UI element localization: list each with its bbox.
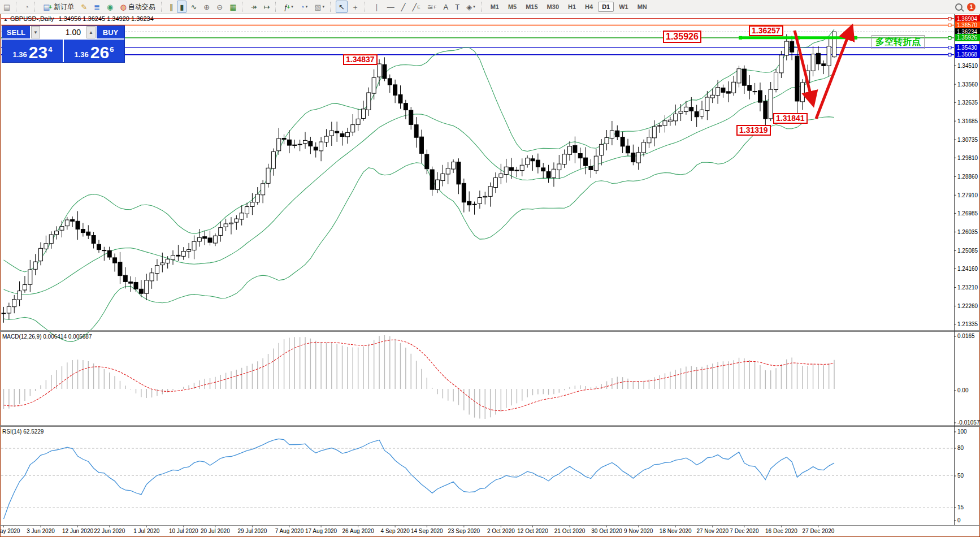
zoom-in-button[interactable]: ⊕ — [201, 1, 213, 13]
svg-text:1.34510: 1.34510 — [957, 63, 978, 69]
svg-text:-0.010571: -0.010571 — [957, 419, 980, 426]
tick-chart-icon[interactable]: ◔ — [21, 1, 32, 13]
svg-text:7 Aug 2020: 7 Aug 2020 — [275, 528, 304, 534]
symbol-period-label: GBPUSD-,Daily — [10, 15, 54, 22]
ohlc-quotes: 1.34956 1.36245 1.34920 1.36234 — [59, 15, 154, 22]
svg-text:23 Sep 2020: 23 Sep 2020 — [448, 528, 480, 534]
svg-text:27 Dec 2020: 27 Dec 2020 — [803, 528, 835, 534]
vertical-line-button[interactable]: ｜ — [370, 1, 383, 13]
svg-text:26 Aug 2020: 26 Aug 2020 — [342, 528, 375, 534]
history-center-icon[interactable]: ≣ — [91, 1, 103, 13]
toolbar-separator — [330, 2, 333, 12]
svg-text:1.22260: 1.22260 — [957, 303, 978, 309]
search-icon[interactable] — [955, 3, 962, 11]
label-button[interactable]: T — [452, 1, 462, 13]
svg-text:1.28860: 1.28860 — [957, 174, 978, 180]
svg-text:10 Jul 2020: 10 Jul 2020 — [169, 528, 198, 534]
volume-input[interactable] — [40, 26, 86, 38]
periods-button[interactable]: ◔▾ — [297, 1, 310, 13]
price-annotation-136257[interactable]: 1.36257 — [749, 25, 783, 36]
svg-text:17 Aug 2020: 17 Aug 2020 — [305, 528, 337, 534]
timeframe-group: M1M5M15M30H1H4D1W1MN — [486, 2, 652, 12]
volume-decrease-button[interactable]: ▼ — [31, 26, 40, 38]
sell-price[interactable]: 1.36 23 4 — [2, 40, 64, 62]
new-order-button[interactable]: ▤+新订单 — [40, 1, 77, 13]
svg-text:1.25085: 1.25085 — [957, 248, 978, 254]
one-click-trading-panel: SELL ▼ ▲ BUY 1.36 23 4 1.36 26 6 — [2, 25, 125, 63]
timeframe-m1[interactable]: M1 — [487, 2, 503, 12]
turning-point-text[interactable]: 多空转折点 — [871, 35, 925, 49]
svg-text:15: 15 — [957, 504, 964, 510]
svg-text:9 Nov 2020: 9 Nov 2020 — [624, 528, 653, 534]
volume-increase-button[interactable]: ▲ — [86, 26, 96, 38]
timeframe-h1[interactable]: H1 — [564, 2, 580, 12]
templates-button[interactable]: ▧▾ — [311, 1, 327, 13]
buy-button[interactable]: BUY — [96, 26, 124, 38]
toolbar-separator — [481, 2, 484, 12]
sell-price-base: 1.36 — [13, 50, 27, 59]
svg-text:1.26035: 1.26035 — [957, 229, 978, 235]
fibonacci-button[interactable]: ≋F — [424, 1, 440, 13]
indicators-button[interactable]: ƒ+▾ — [281, 1, 296, 13]
trendline-button[interactable]: ╱ — [398, 1, 409, 13]
bar-chart-button[interactable]: ∥ — [167, 1, 176, 13]
candlestick-button[interactable]: ▮ — [177, 1, 187, 13]
toolbar-separator — [161, 2, 164, 12]
svg-text:1.26985: 1.26985 — [957, 210, 978, 216]
svg-text:20 Jul 2020: 20 Jul 2020 — [201, 528, 230, 534]
sell-price-point: 4 — [48, 45, 52, 54]
charts-list-icon[interactable]: ▤ — [1, 1, 13, 13]
signals-icon[interactable]: ◉ — [104, 1, 116, 13]
text-button[interactable]: A — [441, 1, 452, 13]
svg-text:2 Oct 2020: 2 Oct 2020 — [487, 528, 515, 534]
toolbar-separator — [275, 2, 278, 12]
svg-text:1.30735: 1.30735 — [957, 137, 978, 143]
price-annotation-135926[interactable]: 1.35926 — [663, 31, 701, 43]
timeframe-w1[interactable]: W1 — [615, 2, 632, 12]
zoom-out-button[interactable]: ⊖ — [214, 1, 226, 13]
cursor-button[interactable]: ↖ — [336, 1, 348, 13]
chart-shift-button[interactable]: ↦ — [261, 1, 272, 13]
timeframe-d1[interactable]: D1 — [598, 2, 614, 12]
timeframe-h4[interactable]: H4 — [581, 2, 597, 12]
svg-text:1 Jul 2020: 1 Jul 2020 — [133, 528, 160, 534]
chart-window-icon: ▲ — [3, 17, 8, 22]
svg-text:100: 100 — [957, 428, 967, 435]
toolbar-separator — [34, 2, 37, 12]
auto-scroll-button[interactable]: ↠ — [248, 1, 259, 13]
sell-button[interactable]: SELL — [2, 26, 31, 38]
timeframe-mn[interactable]: MN — [634, 2, 651, 12]
svg-text:29 Jul 2020: 29 Jul 2020 — [238, 528, 267, 534]
svg-text:14 Sep 2020: 14 Sep 2020 — [411, 528, 443, 534]
price-annotation-131841[interactable]: 1.31841 — [773, 113, 808, 124]
price-annotation-131319[interactable]: 1.31319 — [736, 125, 771, 136]
horizontal-line-button[interactable]: — — [384, 1, 397, 13]
tile-windows-button[interactable]: ▦ — [227, 1, 239, 13]
svg-text:18 Nov 2020: 18 Nov 2020 — [660, 528, 692, 534]
svg-text:1.24160: 1.24160 — [957, 266, 978, 272]
axis-price-label: 1.35430 — [955, 44, 980, 51]
price-annotation-134837[interactable]: 1.34837 — [343, 54, 378, 65]
crosshair-button[interactable]: ＋ — [349, 1, 362, 13]
toolbar-right-group: 1 — [955, 3, 980, 11]
line-chart-button[interactable]: ∿ — [188, 1, 200, 13]
notification-badge[interactable]: 1 — [967, 3, 975, 11]
timeframe-m30[interactable]: M30 — [543, 2, 563, 12]
channel-button[interactable]: ╱E — [410, 1, 423, 13]
main-toolbar: ▤◔▤+新订单✎≣◉◍自动交易∥▮∿⊕⊖▦↠↦ƒ+▾◔▾▧▾↖＋｜—╱╱E≋FA… — [0, 0, 980, 14]
svg-text:1.33560: 1.33560 — [957, 81, 978, 88]
shapes-button[interactable]: ◈▾ — [463, 1, 478, 13]
svg-text:12 Oct 2020: 12 Oct 2020 — [517, 528, 548, 534]
crayon-icon[interactable]: ✎ — [78, 1, 90, 13]
axis-price-label: 1.35068 — [955, 51, 980, 58]
svg-text:27 Nov 2020: 27 Nov 2020 — [696, 528, 729, 534]
chart-canvas[interactable]: 1.345101.335601.326351.316851.307351.298… — [0, 0, 980, 537]
svg-text:1.32635: 1.32635 — [957, 99, 978, 106]
autotrading-button[interactable]: ◍自动交易 — [117, 1, 158, 13]
rsi-indicator-label: RSI(14) 62.5229 — [2, 428, 44, 435]
timeframe-m5[interactable]: M5 — [504, 2, 521, 12]
timeframe-m15[interactable]: M15 — [522, 2, 541, 12]
buy-price-point: 6 — [110, 45, 114, 54]
svg-text:21 Oct 2020: 21 Oct 2020 — [554, 528, 586, 534]
buy-price[interactable]: 1.36 26 6 — [64, 40, 124, 62]
